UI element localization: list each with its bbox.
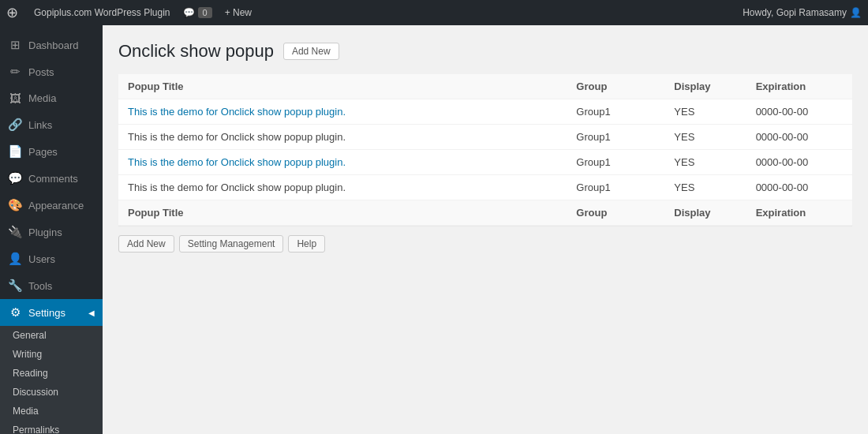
comment-count: 0 [198,7,212,18]
col-footer-title: Popup Title [118,200,567,226]
user-avatar-icon: 👤 [850,7,862,18]
table-cell-display: YES [664,150,746,175]
submenu-writing[interactable]: Writing [0,345,103,364]
table-cell-title: This is the demo for Onclick show popup … [118,125,567,150]
admin-bar-right: Howdy, Gopi Ramasamy 👤 [743,7,862,18]
popup-title-link[interactable]: This is the demo for Onclick show popup … [128,156,346,168]
sidebar-label-plugins: Plugins [28,226,62,238]
submenu-discussion[interactable]: Discussion [0,383,103,402]
sidebar-item-pages[interactable]: 📄 Pages [0,138,103,165]
links-icon: 🔗 [8,118,22,132]
table-cell-group: Group1 [567,150,664,175]
sidebar-label-posts: Posts [28,66,54,78]
sidebar-label-dashboard: Dashboard [28,39,79,51]
table-cell-group: Group1 [567,175,664,200]
add-new-button-top[interactable]: Add New [283,43,339,60]
table-row: This is the demo for Onclick show popup … [118,99,852,125]
table-cell-expiration: 0000-00-00 [746,99,852,125]
table-cell-display: YES [664,99,746,125]
popup-table: Popup Title Group Display Expiration Thi… [118,74,852,226]
submenu-reading[interactable]: Reading [0,364,103,383]
settings-icon: ⚙ [8,305,22,320]
table-cell-expiration: 0000-00-00 [746,150,852,175]
table-cell-expiration: 0000-00-00 [746,125,852,150]
wp-wrapper: ⊞ Dashboard ✏ Posts 🖼 Media 🔗 Links 📄 Pa… [0,25,868,434]
col-header-display: Display [664,74,746,99]
table-cell-title: This is the demo for Onclick show popup … [118,150,567,175]
sidebar-label-users: Users [28,253,55,265]
users-icon: 👤 [8,252,22,266]
col-footer-display: Display [664,200,746,226]
tools-icon: 🔧 [8,279,22,293]
table-cell-title: This is the demo for Onclick show popup … [118,99,567,125]
sidebar-label-comments: Comments [28,173,78,185]
appearance-icon: 🎨 [8,198,22,212]
pages-icon: 📄 [8,144,22,159]
media-icon: 🖼 [8,92,22,105]
howdy-text: Howdy, Gopi Ramasamy [743,7,847,18]
sidebar-label-settings: Settings [28,307,65,319]
table-cell-title: This is the demo for Onclick show popup … [118,175,567,200]
sidebar-label-tools: Tools [28,280,52,292]
comments-link[interactable]: 💬 0 [183,7,212,18]
submenu-media[interactable]: Media [0,402,103,421]
sidebar-label-pages: Pages [28,146,58,158]
submenu-permalinks[interactable]: Permalinks [0,421,103,434]
popup-title-link[interactable]: This is the demo for Onclick show popup … [128,106,346,118]
sidebar-item-posts[interactable]: ✏ Posts [0,58,103,85]
help-button[interactable]: Help [288,235,325,253]
table-row: This is the demo for Onclick show popup … [118,125,852,150]
col-footer-group: Group [567,200,664,226]
sidebar-item-links[interactable]: 🔗 Links [0,111,103,138]
sidebar-item-appearance[interactable]: 🎨 Appearance [0,192,103,219]
add-new-button-bottom[interactable]: Add New [118,235,174,253]
table-row: This is the demo for Onclick show popup … [118,150,852,175]
table-header-row: Popup Title Group Display Expiration [118,74,852,99]
sidebar-item-users[interactable]: 👤 Users [0,245,103,272]
sidebar-item-media[interactable]: 🖼 Media [0,85,103,111]
sidebar-item-dashboard[interactable]: ⊞ Dashboard [0,32,103,58]
site-name[interactable]: Gopiplus.com WordPress Plugin [34,7,170,18]
settings-arrow-icon: ◀ [88,309,95,317]
table-cell-display: YES [664,125,746,150]
col-header-group: Group [567,74,664,99]
sidebar-label-links: Links [28,119,52,131]
page-title: Onclick show popup [118,41,274,62]
table-cell-expiration: 0000-00-00 [746,175,852,200]
dashboard-icon: ⊞ [8,38,22,52]
table-footer-row: Popup Title Group Display Expiration [118,200,852,226]
page-header: Onclick show popup Add New [118,41,852,62]
plugins-icon: 🔌 [8,225,22,239]
wp-logo-icon: ⊕ [6,4,18,21]
col-header-title: Popup Title [118,74,567,99]
settings-submenu: General Writing Reading Discussion Media… [0,326,103,434]
sidebar-label-appearance: Appearance [28,200,84,211]
sidebar-item-settings[interactable]: ⚙ Settings ◀ [0,299,103,326]
sidebar-item-tools[interactable]: 🔧 Tools [0,272,103,299]
table-row: This is the demo for Onclick show popup … [118,175,852,200]
sidebar-item-comments[interactable]: 💬 Comments [0,165,103,192]
sidebar-label-media: Media [28,92,56,104]
admin-bar: ⊕ Gopiplus.com WordPress Plugin 💬 0 + Ne… [0,0,868,25]
comment-icon: 💬 [183,7,195,18]
col-footer-expiration: Expiration [746,200,852,226]
col-header-expiration: Expiration [746,74,852,99]
table-actions: Add New Setting Management Help [118,235,852,253]
setting-management-button[interactable]: Setting Management [179,235,284,253]
sidebar-item-plugins[interactable]: 🔌 Plugins [0,219,103,245]
submenu-general[interactable]: General [0,326,103,345]
table-cell-group: Group1 [567,125,664,150]
table-cell-display: YES [664,175,746,200]
sidebar: ⊞ Dashboard ✏ Posts 🖼 Media 🔗 Links 📄 Pa… [0,25,103,434]
comments-icon: 💬 [8,171,22,185]
table-cell-group: Group1 [567,99,664,125]
new-item-link[interactable]: + New [225,7,252,18]
table-body: This is the demo for Onclick show popup … [118,99,852,200]
posts-icon: ✏ [8,65,22,79]
main-content: Onclick show popup Add New Popup Title G… [103,25,868,434]
